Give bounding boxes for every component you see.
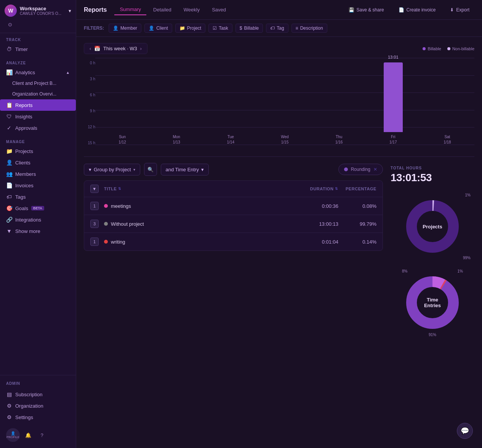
- filter-task[interactable]: ☑ Task: [208, 24, 232, 33]
- create-invoice-button[interactable]: 📄 Create invoice: [394, 5, 441, 15]
- client-filter-icon: 👤: [149, 26, 154, 31]
- y-label-9h: 9 h: [84, 109, 95, 113]
- sidebar-item-goals[interactable]: 🎯 Goals BETA: [0, 202, 76, 214]
- close-icon: ✕: [373, 167, 377, 172]
- filter-billable[interactable]: $ Billable: [235, 24, 263, 33]
- day-label-thu: Thu1/16: [335, 134, 343, 145]
- group-by-button[interactable]: ▾ Group by Project ▾: [84, 164, 140, 175]
- tab-detailed[interactable]: Detailed: [148, 5, 177, 15]
- workspace-sub: CAWLEY CONOR'S O...: [20, 11, 66, 16]
- sort-title-icon[interactable]: ⇅: [118, 187, 122, 191]
- sidebar-item-projects[interactable]: 📁 Projects: [0, 145, 76, 157]
- description-filter-icon: ≡: [296, 26, 298, 31]
- row-duration-0: 0:00:36: [293, 203, 338, 209]
- content-area: ▾ Group by Project ▾ 🔍 and Time Entry ▾ …: [76, 157, 482, 448]
- y-label-3h: 3 h: [84, 77, 95, 81]
- sidebar-item-insights[interactable]: 🛡 Insights: [0, 111, 76, 122]
- sidebar-item-org-overview[interactable]: Organization Overvi...: [0, 89, 76, 99]
- sidebar-item-organization[interactable]: ⚙ Organization: [0, 400, 76, 411]
- top-nav: Reports Summary Detailed Weekly Saved 💾 …: [76, 0, 482, 20]
- table-row[interactable]: 1 writing 0:01:04 0.14%: [84, 233, 383, 250]
- sidebar-item-subscription[interactable]: ▤ Subscription: [0, 389, 76, 400]
- sidebar-item-integrations[interactable]: 🔗 Integrations: [0, 214, 76, 225]
- page-title: Reports: [84, 6, 107, 13]
- table-row[interactable]: 3 Without project 13:00:13 99.79%: [84, 215, 383, 233]
- sidebar-item-client-project[interactable]: Client and Project B...: [0, 78, 76, 89]
- sidebar-item-label: Client and Project B...: [12, 81, 56, 86]
- table-section: ▾ Group by Project ▾ 🔍 and Time Entry ▾ …: [84, 163, 383, 442]
- bar-group-mon: Mon1/13: [149, 58, 203, 145]
- search-icon: 🔍: [147, 167, 154, 172]
- sidebar-item-reports[interactable]: 📋 Reports: [0, 99, 76, 111]
- sidebar-item-timer[interactable]: ⏱ Timer: [0, 43, 76, 55]
- bar-chart: 15 h 12 h 9 h 6 h 3 h 0 h Sun1/12Mon1/13…: [84, 58, 474, 157]
- sort-duration-icon[interactable]: ⇅: [335, 187, 338, 191]
- row-number-2: 1: [90, 238, 104, 246]
- time-entries-donut-svg: Time Entries: [404, 274, 461, 331]
- th-title: TITLE ⇅: [104, 187, 293, 191]
- projects-donut: 1% Projects 99%: [391, 193, 474, 260]
- sidebar-item-tags[interactable]: 🏷 Tags: [0, 191, 76, 202]
- bar-fri[interactable]: 13:01: [384, 62, 403, 132]
- sidebar-item-approvals[interactable]: ✓ Approvals: [0, 122, 76, 134]
- help-button[interactable]: ?: [37, 430, 47, 440]
- collapse-all-button[interactable]: ▼: [90, 185, 99, 193]
- search-button[interactable]: 🔍: [144, 163, 157, 176]
- next-week-icon[interactable]: ›: [140, 46, 142, 51]
- prev-week-icon[interactable]: ‹: [90, 46, 91, 51]
- total-hours-value: 13:01:53: [391, 172, 474, 184]
- non-billable-dot: [447, 47, 450, 50]
- save-share-button[interactable]: 💾 Save & share: [344, 5, 389, 15]
- tab-saved[interactable]: Saved: [207, 5, 231, 15]
- bar-group-sat: Sat1/18: [420, 58, 474, 145]
- y-label-0h: 0 h: [84, 61, 95, 65]
- sidebar-item-label: Clients: [15, 160, 30, 166]
- integrations-icon: 🔗: [6, 217, 12, 223]
- member-filter-icon: 👤: [113, 26, 118, 31]
- filter-project[interactable]: 📁 Project: [175, 24, 205, 33]
- filter-description[interactable]: ≡ Description: [291, 24, 327, 33]
- sidebar-item-settings[interactable]: ⚙ Settings: [0, 411, 76, 423]
- tab-summary[interactable]: Summary: [114, 4, 146, 15]
- admin-label: ADMIN: [0, 378, 76, 387]
- chevron-icon: ▲: [66, 70, 70, 75]
- notifications-button[interactable]: 🔔: [23, 430, 34, 440]
- group-by-label: Group by Project: [94, 167, 131, 172]
- projects-pct-bottom: 99%: [463, 256, 471, 260]
- rounding-button[interactable]: Rounding ✕: [338, 164, 383, 175]
- clock-icon-btn[interactable]: ⊙: [5, 19, 15, 30]
- sidebar-item-analytics[interactable]: 📊 Analytics ▲: [0, 67, 76, 78]
- sidebar-item-label: Goals: [15, 206, 28, 211]
- filter-tag-label: Tag: [277, 26, 284, 31]
- export-icon: ⬇: [450, 7, 454, 13]
- chart-header: ‹ 📅 This week · W3 › Billable Non-billab…: [84, 43, 474, 54]
- export-button[interactable]: ⬇ Export: [445, 5, 474, 15]
- row-count-badge: 3: [90, 220, 99, 228]
- week-navigator[interactable]: ‹ 📅 This week · W3 ›: [84, 43, 147, 54]
- row-title-0: meetings: [104, 203, 293, 209]
- profile-button[interactable]: 👤 PROFILE: [6, 428, 20, 442]
- time-entry-button[interactable]: and Time Entry ▾: [161, 164, 209, 175]
- sidebar-item-show-more[interactable]: ▼ Show more: [0, 225, 76, 237]
- tab-weekly[interactable]: Weekly: [178, 5, 205, 15]
- total-hours: TOTAL HOURS 13:01:53: [391, 163, 474, 187]
- sidebar-item-invoices[interactable]: 📄 Invoices: [0, 180, 76, 191]
- task-filter-icon: ☑: [213, 26, 217, 31]
- filter-member-label: Member: [120, 26, 137, 31]
- billable-filter-icon: $: [240, 26, 242, 31]
- row-duration-2: 0:01:04: [293, 239, 338, 245]
- expand-icon: ▾: [89, 167, 91, 172]
- chat-button[interactable]: 💬: [457, 423, 473, 439]
- goals-icon: 🎯: [6, 205, 12, 211]
- time-entries-donut: 8% 1% Time Entries: [391, 269, 474, 337]
- workspace-selector[interactable]: W Workspace CAWLEY CONOR'S O... ▾: [5, 5, 71, 17]
- sidebar-item-clients[interactable]: 👤 Clients: [0, 157, 76, 168]
- filter-member[interactable]: 👤 Member: [109, 24, 141, 33]
- day-label-tue: Tue1/14: [227, 134, 234, 145]
- sidebar-item-members[interactable]: 👥 Members: [0, 168, 76, 180]
- projects-donut-svg: Projects: [404, 198, 461, 255]
- filter-tag[interactable]: 🏷 Tag: [266, 24, 288, 33]
- table-row[interactable]: 1 meetings 0:00:36 0.08%: [84, 197, 383, 215]
- track-label: TRACK: [0, 38, 76, 42]
- filter-client[interactable]: 👤 Client: [144, 24, 172, 33]
